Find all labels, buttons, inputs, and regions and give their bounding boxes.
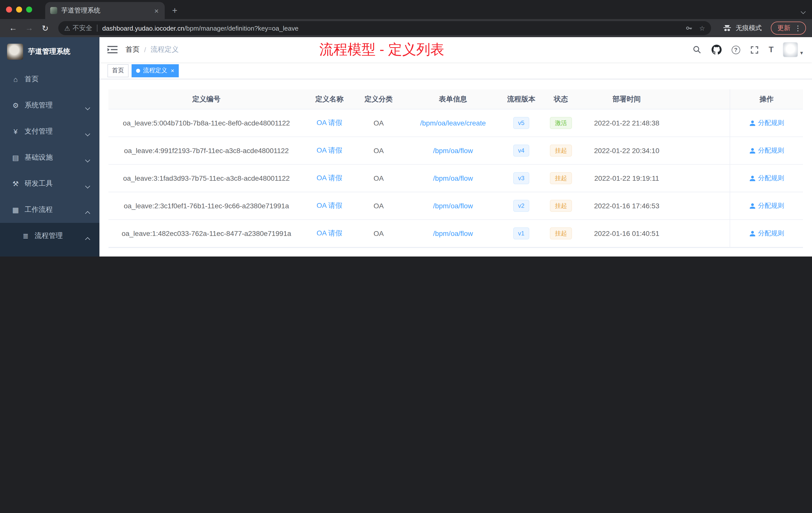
assign-rule-link[interactable]: 分配规则 [749,229,784,238]
breadcrumb: 首页 / 流程定义 [125,45,179,54]
active-tag-dot [136,68,140,72]
deploy-time: 2022-01-16 17:46:53 [582,192,671,219]
tools-icon: ⚒ [11,180,20,188]
window-zoom-button[interactable] [26,6,32,12]
version-tag: v3 [513,172,529,184]
help-question-icon[interactable]: ? [731,46,740,54]
chevron-down-icon [86,105,89,114]
status-badge: 挂起 [550,145,572,157]
user-icon [749,147,755,154]
browser-window: 芋道管理系统 × + ← → ↻ ⚠ 不安全 dashboard.yudao.i… [0,0,812,256]
form-link[interactable]: /bpm/oa/flow [433,147,473,155]
tab-favicon-icon [50,7,57,14]
definition-id: oa_leave:4:991f2193-7b7f-11ec-a3c8-acde4… [109,137,304,164]
sidebar-item-payment-management[interactable]: ¥ 支付管理 [0,118,99,145]
incognito-badge: 无痕模式 [722,23,762,33]
page-content: 定义编号 定义名称 定义分类 表单信息 流程版本 状态 部署时间 操作 oa_l… [99,79,812,256]
omnibox-divider [97,25,97,32]
tag-process-definition[interactable]: 流程定义 × [132,64,179,77]
form-link[interactable]: /bpm/oa/flow [433,230,473,237]
definition-name-link[interactable]: OA 请假 [317,229,343,238]
form-link[interactable]: /bpm/oa/flow [433,202,473,210]
update-label[interactable]: 更新 [777,24,790,33]
user-avatar-menu[interactable]: ▾ [783,42,803,57]
assign-rule-link[interactable]: 分配规则 [749,174,784,183]
user-icon [749,175,755,181]
sidebar: 芋道管理系统 ⌂ 首页 ⚙ 系统管理 ¥ 支付管理 ▤ 基础设施 [0,37,99,256]
status-badge: 激活 [550,117,572,129]
status-badge: 挂起 [550,228,572,239]
sidebar-item-workflow[interactable]: ▦ 工作流程 [0,197,99,223]
back-button[interactable]: ← [6,21,20,35]
chevron-up-icon [86,236,89,244]
version-tag: v2 [513,200,529,212]
assign-rule-link[interactable]: 分配规则 [749,118,784,127]
url-host: dashboard.yudao.iocoder.cn [102,24,184,32]
version-tag: v1 [513,228,529,239]
chevron-down-icon [86,184,89,192]
avatar-caret-icon: ▾ [800,50,803,57]
tag-close-icon[interactable]: × [171,67,174,74]
definition-id: oa_leave:3:1fad3d93-7b75-11ec-a3c8-acde4… [109,164,304,192]
password-key-icon[interactable] [685,24,693,32]
table-row: oa_leave:5:004b710b-7b8a-11ec-8ef0-acde4… [109,110,803,137]
breadcrumb-home[interactable]: 首页 [125,45,140,54]
column-header-form: 表单信息 [403,89,503,109]
form-link[interactable]: /bpm/oa/leave/create [420,119,486,127]
sidebar-toggle-hamburger-icon[interactable] [108,45,117,54]
navbar-actions: ? T ▾ [692,42,812,57]
avatar[interactable] [783,42,798,57]
logo-title: 芋道管理系统 [28,47,70,56]
tab-close-icon[interactable]: × [153,6,160,15]
reload-button[interactable]: ↻ [38,21,52,35]
browser-menu-kebab-icon[interactable]: ⋮ [794,24,802,32]
gear-icon: ⚙ [11,101,20,110]
sidebar-item-dev-tools[interactable]: ⚒ 研发工具 [0,171,99,197]
form-link[interactable]: /bpm/oa/flow [433,174,473,182]
url-omnibox[interactable]: ⚠ 不安全 dashboard.yudao.iocoder.cn /bpm/ma… [58,21,711,35]
tags-view-bar: 首页 流程定义 × [99,62,812,79]
briefcase-icon: ▦ [11,206,20,214]
version-tag: v5 [513,117,529,129]
definition-id: oa_leave:1:482ec033-762a-11ec-8477-a2380… [109,220,304,247]
sidebar-item-process-form[interactable]: ▥ 流程表单 [0,249,99,256]
deploy-time: 2022-01-22 19:19:11 [582,164,671,192]
sidebar-item-system-management[interactable]: ⚙ 系统管理 [0,92,99,118]
deploy-time: 2022-01-22 20:34:10 [582,137,671,164]
list-icon: ≣ [21,232,30,240]
sidebar-item-home[interactable]: ⌂ 首页 [0,66,99,92]
assign-rule-link[interactable]: 分配规则 [749,146,784,155]
definition-id: oa_leave:2:3c1f0ef1-76b1-11ec-9c66-a2380… [109,192,304,219]
bookmark-star-icon[interactable]: ☆ [699,24,705,32]
tab-search-chevron-icon[interactable] [802,7,805,16]
window-close-button[interactable] [6,6,12,12]
table-row: oa_leave:4:991f2193-7b7f-11ec-a3c8-acde4… [109,137,803,164]
fullscreen-icon[interactable] [750,46,758,54]
deploy-time: 2022-01-16 01:40:51 [582,220,671,247]
definition-name-link[interactable]: OA 请假 [317,118,343,127]
sidebar-item-infrastructure[interactable]: ▤ 基础设施 [0,145,99,171]
forward-button[interactable]: → [22,21,36,35]
search-icon[interactable] [692,45,701,54]
table-row: oa_leave:1:482ec033-762a-11ec-8477-a2380… [109,220,803,247]
definition-name-link[interactable]: OA 请假 [317,201,343,210]
security-label[interactable]: 不安全 [72,24,92,33]
workflow-submenu: ≣ 流程管理 ▥ 流程表单 ⚇ 用户分组 ➤ 流程模型 ⚐ [0,223,99,256]
window-controls [0,0,39,19]
chrome-update-chip[interactable]: 更新 ⋮ [771,22,806,35]
sidebar-item-process-management[interactable]: ≣ 流程管理 [0,223,99,249]
definition-name-link[interactable]: OA 请假 [317,146,343,155]
new-tab-button[interactable]: + [168,3,182,18]
table-row: oa_leave:2:3c1f0ef1-76b1-11ec-9c66-a2380… [109,192,803,220]
tab-title: 芋道管理系统 [61,6,153,15]
sidebar-logo: 芋道管理系统 [0,37,99,66]
dashboard-icon: ⌂ [11,75,20,83]
definition-category: OA [354,110,403,137]
assign-rule-link[interactable]: 分配规则 [749,201,784,210]
tag-home[interactable]: 首页 [108,64,128,77]
font-size-icon[interactable]: T [768,45,773,54]
github-icon[interactable] [711,45,721,55]
definition-name-link[interactable]: OA 请假 [317,174,343,183]
window-minimize-button[interactable] [16,6,22,12]
browser-tab[interactable]: 芋道管理系统 × [45,2,165,19]
